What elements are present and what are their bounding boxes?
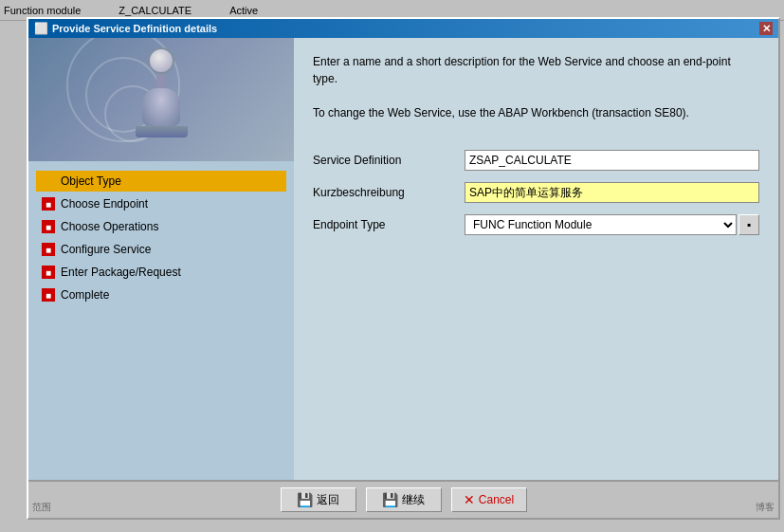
sidebar-item-label: Configure Service [61,243,151,256]
dialog: ⬜ Provide Service Definition details ✕ [27,17,780,520]
dialog-icon: ⬜ [34,22,48,35]
select-browse-button[interactable]: ▪ [738,214,759,235]
back-button-label: 返回 [317,492,339,508]
dialog-title: Provide Service Definition details [52,23,217,34]
back-icon: 💾 [297,492,313,507]
sidebar-item-label: Choose Operations [61,220,158,233]
sidebar-item-choose-operations[interactable]: ■ Choose Operations [36,216,286,237]
top-bar-module-name: Z_CALCULATE [119,5,191,16]
top-bar-function-module: Function module [4,5,81,16]
form-row-kurzbeschreibung: Kurzbeschreibung [313,182,759,203]
kurzbeschreibung-input[interactable] [465,182,759,203]
service-definition-input[interactable] [465,150,759,171]
top-bar-status: Active [229,5,258,16]
error-icon: ■ [42,197,55,211]
error-icon: ■ [42,220,55,233]
description-text: Enter a name and a short description for… [313,53,759,121]
continue-icon: 💾 [382,492,398,507]
right-panel: Enter a name and a short description for… [294,38,778,518]
close-icon[interactable]: ✕ [759,22,773,35]
sidebar-item-label: Choose Endpoint [61,197,148,211]
sidebar-item-object-type[interactable]: Object Type [36,171,286,192]
dialog-footer: 范围 💾 返回 💾 继续 ✕ Cancel 博客 [28,480,778,518]
nav-list: Object Type ■ Choose Endpoint ■ Choose O… [28,161,294,317]
continue-button[interactable]: 💾 继续 [366,487,442,512]
corner-right-text: 博客 [756,501,775,514]
form-row-endpoint-type: Endpoint Type FUNC Function Module ▪ [313,214,759,235]
dialog-body: Object Type ■ Choose Endpoint ■ Choose O… [28,38,778,518]
service-definition-label: Service Definition [313,154,465,167]
cancel-button-label: Cancel [479,493,514,506]
continue-button-label: 继续 [402,492,425,508]
corner-left-text: 范围 [32,501,51,514]
sidebar-item-complete[interactable]: ■ Complete [36,284,286,305]
error-icon: ■ [42,243,55,256]
sidebar-item-choose-endpoint[interactable]: ■ Choose Endpoint [36,193,286,214]
chess-figure [133,47,190,152]
sidebar-item-label: Enter Package/Request [61,266,181,279]
left-panel-background [28,38,294,161]
sidebar-item-configure-service[interactable]: ■ Configure Service [36,239,286,260]
cancel-button[interactable]: ✕ Cancel [451,487,527,512]
error-icon: ■ [42,266,55,279]
sidebar-item-label: Object Type [61,174,121,188]
endpoint-type-label: Endpoint Type [313,218,465,231]
left-panel: Object Type ■ Choose Endpoint ■ Choose O… [28,38,294,518]
error-icon: ■ [42,288,55,302]
back-button[interactable]: 💾 返回 [281,487,356,512]
form-row-service-definition: Service Definition [313,150,759,171]
form-section: Service Definition Kurzbeschreibung Endp… [313,150,759,247]
cancel-x-icon: ✕ [464,492,475,507]
endpoint-type-select[interactable]: FUNC Function Module [465,214,737,235]
dialog-titlebar: ⬜ Provide Service Definition details ✕ [28,19,778,38]
warning-icon [42,174,55,188]
sidebar-item-label: Complete [61,288,109,302]
sidebar-item-enter-package[interactable]: ■ Enter Package/Request [36,262,286,283]
kurzbeschreibung-label: Kurzbeschreibung [313,186,465,199]
